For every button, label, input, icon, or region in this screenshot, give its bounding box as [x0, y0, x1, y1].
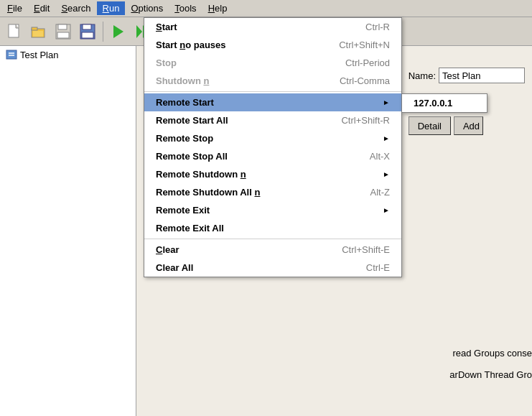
menu-item-clear-all-label: Clear All	[156, 262, 193, 273]
menu-tools-label: Tools	[174, 3, 196, 14]
menu-edit[interactable]: Edit	[28, 1, 55, 15]
open-button[interactable]	[27, 20, 50, 43]
menu-item-remote-stop-all[interactable]: Remote Stop All Alt-X	[144, 147, 401, 165]
menu-item-clear-label: Clear	[156, 244, 179, 255]
menu-run[interactable]: Run	[97, 1, 126, 15]
menu-edit-label: Edit	[34, 3, 50, 14]
menu-item-remote-start-label: Remote Start	[156, 97, 214, 108]
menu-item-remote-exit[interactable]: Remote Exit ►	[144, 201, 401, 219]
menu-item-stop: Stop Ctrl-Period	[144, 54, 401, 72]
menu-tools[interactable]: Tools	[169, 1, 202, 15]
menu-item-remote-shutdown[interactable]: Remote Shutdown n ►	[144, 165, 401, 183]
save-icon	[80, 24, 95, 40]
menu-item-shutdown: Shutdown n Ctrl-Comma	[144, 72, 401, 90]
menu-search[interactable]: Search	[55, 1, 96, 15]
menu-item-clear-all[interactable]: Clear All Ctrl-E	[144, 259, 401, 277]
menu-item-remote-shutdown-all-shortcut: Alt-Z	[370, 187, 390, 198]
submenu-arrow-remote-exit: ►	[383, 206, 390, 214]
test-plan-icon	[6, 49, 17, 60]
menu-item-clear-all-shortcut: Ctrl-E	[366, 262, 390, 273]
run-dropdown-menu: Start Ctrl-R Start no pauses Ctrl+Shift+…	[144, 17, 402, 277]
bottom-text-1: read Groups conse	[452, 348, 532, 359]
menu-file[interactable]: File	[1, 1, 28, 15]
submenu-arrow-remote-stop: ►	[383, 134, 390, 142]
play-icon	[111, 24, 126, 40]
detail-button[interactable]: Detail	[409, 116, 451, 135]
add-button[interactable]: Add	[454, 116, 483, 135]
submenu-item-127[interactable]: 127.0.0.1	[402, 94, 487, 112]
menu-item-remote-exit-all[interactable]: Remote Exit All	[144, 219, 401, 237]
separator-1	[144, 91, 401, 92]
svg-rect-6	[57, 32, 69, 38]
menu-item-remote-shutdown-label: Remote Shutdown n	[156, 169, 246, 180]
menu-item-remote-stop-label: Remote Stop	[156, 133, 213, 144]
svg-marker-11	[136, 25, 142, 38]
new-button[interactable]	[3, 20, 26, 43]
menu-item-remote-exit-label: Remote Exit	[156, 205, 210, 216]
svg-rect-9	[82, 32, 93, 38]
menu-item-remote-shutdown-all[interactable]: Remote Shutdown All n Alt-Z	[144, 183, 401, 201]
svg-rect-2	[32, 27, 37, 30]
tree-panel: Test Plan	[0, 46, 136, 416]
menu-item-start-shortcut: Ctrl-R	[365, 22, 390, 32]
menu-item-remote-start-all[interactable]: Remote Start All Ctrl+Shift-R	[144, 111, 401, 129]
bottom-text-2: arDown Thread Gro	[449, 369, 532, 380]
remote-start-submenu: 127.0.0.1	[401, 93, 487, 113]
menu-item-stop-shortcut: Ctrl-Period	[345, 57, 390, 68]
save-template-icon	[55, 24, 71, 40]
menu-options[interactable]: Options	[125, 1, 169, 15]
toolbar-separator-1	[103, 22, 103, 42]
submenu-arrow-remote-start: ►	[383, 98, 390, 106]
test-plan-name-input[interactable]	[439, 68, 525, 83]
menu-item-start[interactable]: Start Ctrl-R	[144, 18, 401, 36]
svg-rect-16	[6, 50, 17, 59]
menu-options-label: Options	[131, 3, 163, 14]
menu-item-start-no-pauses[interactable]: Start no pauses Ctrl+Shift+N	[144, 36, 401, 54]
separator-2	[144, 239, 401, 239]
submenu-arrow-remote-shutdown: ►	[383, 170, 390, 178]
play-button[interactable]	[107, 20, 130, 43]
menu-item-clear[interactable]: Clear Ctrl+Shift-E	[144, 241, 401, 259]
menu-item-remote-start[interactable]: Remote Start ► 127.0.0.1	[144, 93, 401, 111]
save-template-button[interactable]	[52, 20, 75, 43]
svg-rect-5	[58, 24, 67, 29]
svg-rect-3	[33, 31, 43, 37]
menu-item-shutdown-shortcut: Ctrl-Comma	[340, 75, 390, 86]
menu-item-remote-stop-all-shortcut: Alt-X	[370, 151, 390, 162]
menu-item-remote-start-all-label: Remote Start All	[156, 115, 228, 126]
menu-file-label: File	[7, 3, 22, 14]
save-button[interactable]	[76, 20, 99, 43]
menu-help[interactable]: Help	[202, 1, 233, 15]
menubar: File Edit Search Run Options Tools Help	[0, 0, 532, 17]
menu-item-stop-label: Stop	[156, 57, 177, 68]
menu-run-label: Run	[103, 3, 120, 14]
open-icon	[30, 24, 47, 40]
menu-item-start-no-pauses-shortcut: Ctrl+Shift+N	[339, 40, 390, 50]
tree-item-test-plan[interactable]: Test Plan	[0, 46, 136, 63]
name-label: Name:	[409, 70, 436, 81]
new-icon	[6, 24, 22, 40]
menu-item-start-no-pauses-label: Start no pauses	[156, 40, 226, 50]
menu-item-start-label: Start	[156, 22, 177, 32]
svg-marker-10	[113, 25, 123, 38]
menu-item-remote-shutdown-all-label: Remote Shutdown All n	[156, 187, 260, 198]
tree-item-test-plan-label: Test Plan	[20, 50, 58, 60]
menu-item-remote-exit-all-label: Remote Exit All	[156, 223, 224, 234]
menu-item-clear-shortcut: Ctrl+Shift-E	[342, 244, 390, 255]
svg-rect-8	[83, 24, 91, 29]
menu-item-remote-start-all-shortcut: Ctrl+Shift-R	[341, 115, 390, 126]
menu-search-label: Search	[61, 3, 90, 14]
menu-help-label: Help	[208, 3, 228, 14]
menu-item-remote-stop[interactable]: Remote Stop ►	[144, 129, 401, 147]
menu-item-remote-stop-all-label: Remote Stop All	[156, 151, 228, 162]
menu-item-shutdown-label: Shutdown n	[156, 75, 209, 86]
